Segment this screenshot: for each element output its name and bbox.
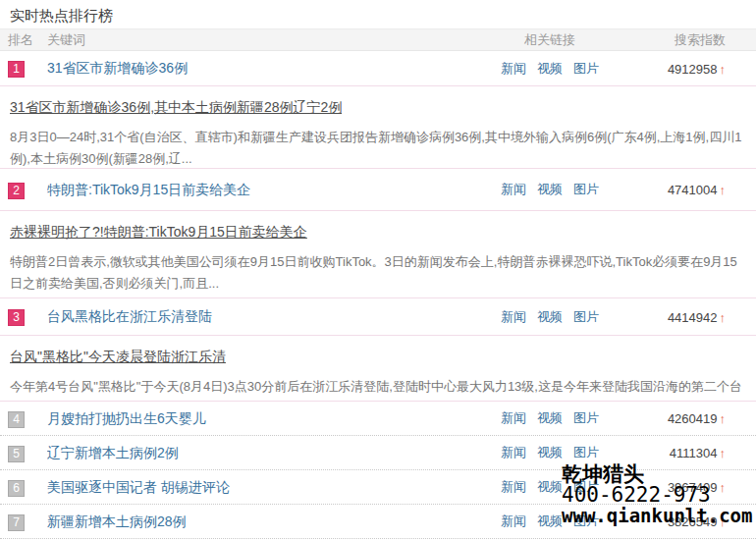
trend-up-icon: ↑	[720, 446, 727, 460]
keyword-link[interactable]: 美国驱逐中国记者 胡锡进评论	[47, 479, 230, 495]
rank-badge: 3	[8, 309, 25, 326]
trend-up-icon: ↑	[720, 411, 727, 426]
detail-panel: 31省区市新增确诊36例,其中本土病例新疆28例辽宁2例 8月3日0—24时,3…	[0, 85, 756, 169]
detail-body-text: 特朗普2日曾表示,微软或其他美国公司须在9月15日前收购TikTok。3日的新闻…	[10, 251, 746, 295]
image-link[interactable]: 图片	[573, 478, 599, 496]
search-index-value: 3826549	[668, 514, 718, 529]
table-row: 6 美国驱逐中国记者 胡锡进评论 新闻 视频 图片 3967409↑	[0, 470, 756, 505]
image-link[interactable]: 图片	[573, 181, 599, 198]
detail-body-text: 今年第4号台风"黑格比"于今天(8月4日)3点30分前后在浙江乐清登陆,登陆时中…	[10, 376, 746, 398]
table-row: 4 月嫂拍打抛扔出生6天婴儿 新闻 视频 图片 4260419↑	[0, 402, 756, 436]
table-row: 1 31省区市新增确诊36例 新闻 视频 图片 4912958↑	[0, 51, 756, 85]
keyword-link[interactable]: 月嫂拍打抛扔出生6天婴儿	[47, 410, 206, 426]
rank-badge: 4	[8, 411, 25, 428]
trend-up-icon: ↑	[720, 480, 727, 495]
image-link[interactable]: 图片	[573, 444, 599, 461]
video-link[interactable]: 视频	[537, 60, 563, 78]
video-link[interactable]: 视频	[537, 308, 563, 326]
detail-panel: 台风"黑格比"今天凌晨登陆浙江乐清 今年第4号台风"黑格比"于今天(8月4日)3…	[0, 335, 756, 402]
detail-title-link[interactable]: 赤裸裸明抢了?!特朗普:TikTok9月15日前卖给美企	[10, 223, 307, 241]
trend-up-icon: ↑	[720, 183, 727, 197]
trend-up-icon: ↑	[720, 62, 727, 77]
keyword-link[interactable]: 新疆新增本土病例28例	[47, 513, 187, 529]
news-link[interactable]: 新闻	[501, 513, 526, 530]
rank-badge: 2	[8, 183, 25, 199]
detail-body-text: 8月3日0—24时,31个省(自治区、直辖市)和新疆生产建设兵团报告新增确诊病例…	[10, 127, 746, 169]
trend-up-icon: ↑	[720, 310, 727, 325]
hot-search-page: 实时热点排行榜 排名 关键词 相关链接 搜索指数 1 31省区市新增确诊36例 …	[0, 0, 756, 540]
news-link[interactable]: 新闻	[501, 478, 526, 496]
detail-title-link[interactable]: 台风"黑格比"今天凌晨登陆浙江乐清	[10, 348, 226, 365]
table-header: 排名 关键词 相关链接 搜索指数	[0, 29, 756, 51]
search-index-value: 4111304	[670, 446, 718, 460]
rank-badge: 6	[8, 480, 25, 497]
video-link[interactable]: 视频	[537, 181, 563, 198]
page-title: 实时热点排行榜	[10, 7, 113, 24]
image-link[interactable]: 图片	[573, 308, 599, 326]
search-index-value: 4260419	[668, 411, 718, 426]
video-link[interactable]: 视频	[537, 409, 563, 427]
trend-up-icon: ↑	[720, 514, 727, 529]
search-index-value: 4741004	[668, 183, 718, 197]
table-row: 2 特朗普:TikTok9月15日前卖给美企 新闻 视频 图片 4741004↑	[0, 169, 756, 210]
search-index-value: 4912958	[668, 62, 718, 77]
news-link[interactable]: 新闻	[501, 409, 526, 427]
header-search-index: 搜索指数	[609, 31, 756, 49]
detail-panel: 赤裸裸明抢了?!特朗普:TikTok9月15日前卖给美企 特朗普2日曾表示,微软…	[0, 210, 756, 298]
image-link[interactable]: 图片	[573, 60, 599, 78]
page-title-bar: 实时热点排行榜	[0, 0, 756, 29]
image-link[interactable]: 图片	[573, 513, 599, 530]
table-row: 3 台风黑格比在浙江乐清登陆 新闻 视频 图片 4414942↑	[0, 298, 756, 335]
header-keyword: 关键词	[47, 31, 491, 49]
video-link[interactable]: 视频	[537, 513, 563, 530]
rank-badge: 7	[8, 514, 25, 531]
keyword-link[interactable]: 特朗普:TikTok9月15日前卖给美企	[47, 182, 250, 197]
rank-badge: 1	[8, 61, 25, 78]
news-link[interactable]: 新闻	[501, 444, 526, 461]
image-link[interactable]: 图片	[573, 409, 599, 427]
header-related-links: 相关链接	[491, 31, 609, 49]
search-index-value: 3967409	[668, 480, 718, 495]
video-link[interactable]: 视频	[537, 444, 563, 461]
news-link[interactable]: 新闻	[501, 308, 526, 326]
keyword-link[interactable]: 台风黑格比在浙江乐清登陆	[47, 308, 212, 324]
table-row: 7 新疆新增本土病例28例 新闻 视频 图片 3826549↑	[0, 505, 756, 539]
news-link[interactable]: 新闻	[501, 181, 526, 198]
header-rank: 排名	[0, 31, 47, 49]
detail-title-link[interactable]: 31省区市新增确诊36例,其中本土病例新疆28例辽宁2例	[10, 98, 342, 116]
search-index-value: 4414942	[668, 310, 718, 325]
keyword-link[interactable]: 辽宁新增本土病例2例	[47, 445, 179, 460]
news-link[interactable]: 新闻	[501, 60, 526, 78]
rank-badge: 5	[8, 446, 25, 462]
keyword-link[interactable]: 31省区市新增确诊36例	[47, 60, 188, 76]
video-link[interactable]: 视频	[537, 478, 563, 496]
table-row: 5 辽宁新增本土病例2例 新闻 视频 图片 4111304↑	[0, 436, 756, 470]
